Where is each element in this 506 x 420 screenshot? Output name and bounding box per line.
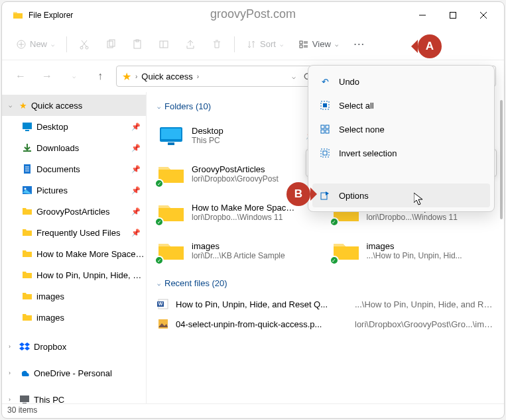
file-icon [157,318,169,330]
view-button[interactable]: View ⌵ [292,35,345,53]
back-button[interactable]: ← [10,66,31,87]
titlebar: File Explorer [2,2,504,28]
chevron-down-icon[interactable]: ⌵ [292,73,296,80]
sidebar-item-downloads[interactable]: Downloads📌 [2,137,146,158]
svg-rect-0 [450,13,456,19]
minimize-button[interactable] [407,5,438,26]
delete-button[interactable] [205,35,229,54]
maximize-button[interactable] [438,5,468,26]
sidebar-quick-access[interactable]: ⌵ ★ Quick access [2,95,146,116]
folder-path: lori\Dr...\KB Article Sample [192,251,285,260]
folder-path: lori\Dropbo...\Windows 11 [192,213,298,222]
status-bar: 30 items [2,403,504,418]
menu-invert-selection[interactable]: Invert selection [312,141,490,165]
sidebar-item-pictures[interactable]: Pictures📌 [2,180,146,201]
folder-path: This PC [192,136,223,145]
pin-icon: 📌 [131,165,141,174]
new-button[interactable]: New ⌵ [10,35,61,53]
menu-select-none[interactable]: Select none [312,117,490,141]
folder-name: GroovyPostArticles [192,164,279,174]
svg-rect-11 [23,123,32,129]
sidebar-item-desktop[interactable]: Desktop📌 [2,116,146,137]
file-path: ...\How to Pin, Unpin, Hide, and Reset .… [355,299,493,309]
breadcrumb-root[interactable]: Quick access [141,72,192,81]
file-row[interactable]: 04-select-unpin-from-quick-access.p... l… [157,315,493,333]
sidebar-item[interactable]: images [2,286,146,307]
menu-undo[interactable]: ↶Undo [312,70,490,93]
scrollbar[interactable] [500,100,503,219]
sidebar-thispc[interactable]: ›This PC [2,389,146,403]
folder-path: lori\Dropbo...\Windows 11 [367,213,470,222]
svg-rect-30 [323,103,327,107]
up-button[interactable]: ↑ [90,66,111,87]
forward-button[interactable]: → [36,66,58,87]
sort-button[interactable]: Sort ⌵ [240,35,290,53]
cursor-icon [414,193,424,206]
folder-item[interactable]: ✓ images lori\Dr...\KB Article Sample [157,233,319,268]
file-path: lori\Dropbox\GroovyPost\Gro...\images [355,319,493,329]
menu-select-all[interactable]: Select all [312,93,490,117]
select-all-icon [319,101,331,110]
pin-icon: 📌 [131,123,141,131]
folder-path: ...\How to Pin, Unpin, Hid... [367,251,462,260]
folder-icon: ✓ [157,162,185,185]
svg-rect-10 [300,45,302,48]
address-field[interactable]: ★ › Quick access › ⌵ ⟳ [116,66,318,87]
navigation-pane: ⌵ ★ Quick access Desktop📌 Downloads📌 Doc… [2,92,147,403]
sidebar-item[interactable]: Frequently Used Files📌 [2,222,146,243]
sidebar-item[interactable]: images [2,307,146,328]
folder-item[interactable]: ✓ images ...\How to Pin, Unpin, Hid... [332,233,494,268]
svg-rect-34 [326,130,329,133]
sidebar-item[interactable]: How to Make More Space Av [2,243,146,264]
folder-path: lori\Dropbox\GroovyPost [192,174,279,184]
close-button[interactable] [468,5,499,26]
sidebar-item[interactable]: How to Pin, Unpin, Hide, and [2,264,146,286]
undo-icon: ↶ [319,77,331,87]
callout-a: A [418,34,442,58]
sidebar-item-documents[interactable]: Documents📌 [2,158,146,180]
file-name: How to Pin, Unpin, Hide, and Reset Q... [176,299,348,309]
file-row[interactable]: W How to Pin, Unpin, Hide, and Reset Q..… [157,295,493,313]
pin-icon: 📌 [131,207,141,216]
star-icon: ★ [122,70,131,83]
invert-icon [319,148,331,158]
svg-rect-31 [321,125,324,129]
window-title: File Explorer [29,11,73,20]
folder-icon [157,123,185,147]
file-name: 04-select-unpin-from-quick-access.p... [176,319,348,329]
share-button[interactable] [178,35,202,54]
star-icon: ★ [19,101,27,111]
folder-icon: ✓ [157,200,185,224]
more-button[interactable]: ··· [348,35,372,53]
svg-rect-8 [160,41,168,48]
pin-icon: 📌 [131,229,141,237]
more-options-menu: ↶Undo Select all Select none Invert sele… [308,65,495,212]
svg-rect-19 [161,129,181,139]
file-icon: W [157,298,169,310]
svg-rect-12 [25,130,29,131]
menu-options[interactable]: Options [312,184,490,207]
folder-name: How to Make More Space... [192,203,298,213]
svg-rect-32 [326,125,329,129]
folder-name: images [367,241,462,251]
chevron-right-icon: › [9,343,15,350]
pin-icon: 📌 [131,186,141,195]
cut-button[interactable] [72,35,96,54]
app-icon [13,10,23,21]
rename-button[interactable] [152,35,176,54]
recent-group-header[interactable]: ⌵ Recent files (20) [157,278,493,288]
sidebar-item[interactable]: GroovyPostArticles📌 [2,201,146,222]
copy-button[interactable] [99,35,123,54]
svg-rect-17 [23,403,27,403]
recent-locations-button[interactable]: ⌵ [63,66,84,87]
sidebar-dropbox[interactable]: ›Dropbox [2,336,146,357]
paste-button[interactable] [125,35,149,54]
folder-item[interactable]: Desktop This PC 📌 [157,118,319,152]
chevron-right-icon: › [135,73,137,80]
chevron-down-icon: ⌵ [9,102,15,109]
chevron-right-icon: › [9,370,15,376]
sidebar-onedrive[interactable]: ›OneDrive - Personal [2,362,146,384]
svg-rect-20 [168,142,174,145]
select-none-icon [319,125,331,134]
folder-icon: ✓ [332,238,360,262]
